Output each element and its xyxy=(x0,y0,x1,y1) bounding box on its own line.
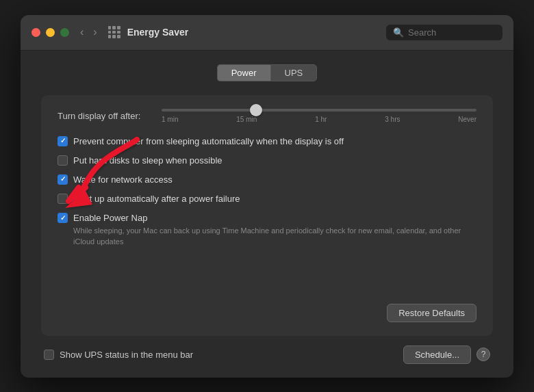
checkbox-list: Prevent computer from sleeping automatic… xyxy=(58,135,476,248)
prevent-sleep-label: Prevent computer from sleeping automatic… xyxy=(73,135,344,148)
hard-disks-label: Put hard disks to sleep when possible xyxy=(73,155,222,167)
fullscreen-button[interactable] xyxy=(60,28,69,37)
titlebar: ‹ › Energy Saver 🔍 xyxy=(21,15,513,51)
restore-defaults-button[interactable]: Restore Defaults xyxy=(387,304,476,322)
checkbox-startup-power-content: Start up automatically after a power fai… xyxy=(73,193,240,205)
tab-power[interactable]: Power xyxy=(217,64,270,81)
power-nap-sublabel: While sleeping, your Mac can back up usi… xyxy=(73,226,476,247)
footer-row: Show UPS status in the menu bar Schedule… xyxy=(41,345,493,364)
window-title: Energy Saver xyxy=(127,27,386,38)
tick-1hr: 1 hr xyxy=(315,116,327,123)
list-item: Start up automatically after a power fai… xyxy=(58,193,476,205)
list-item: Wake for network access xyxy=(58,174,476,186)
content-area: Power UPS xyxy=(21,51,513,378)
tick-1min: 1 min xyxy=(162,116,178,123)
apps-grid-icon[interactable] xyxy=(108,26,120,38)
help-button[interactable]: ? xyxy=(476,348,490,361)
slider-track[interactable] xyxy=(162,109,476,112)
schedule-button[interactable]: Schedule... xyxy=(403,345,471,364)
forward-button[interactable]: › xyxy=(90,25,99,39)
footer-right: Schedule... ? xyxy=(403,345,490,364)
slider-row: Turn display off after: 1 min 15 min 1 h… xyxy=(58,109,476,123)
tick-3hrs: 3 hrs xyxy=(385,116,400,123)
list-item: Prevent computer from sleeping automatic… xyxy=(58,135,476,148)
wake-network-label: Wake for network access xyxy=(73,174,173,186)
footer-left: Show UPS status in the menu bar xyxy=(44,349,193,360)
ups-status-label: Show UPS status in the menu bar xyxy=(60,350,193,360)
settings-panel: Turn display off after: 1 min 15 min 1 h… xyxy=(41,95,493,336)
list-item: Put hard disks to sleep when possible xyxy=(58,155,476,167)
checkbox-wake-network[interactable] xyxy=(58,174,68,185)
checkbox-hard-disks[interactable] xyxy=(58,155,68,166)
power-nap-label: Enable Power Nap xyxy=(73,212,476,224)
search-icon: 🔍 xyxy=(393,27,404,38)
back-button[interactable]: ‹ xyxy=(77,25,86,39)
nav-buttons: ‹ › xyxy=(77,25,100,39)
search-input[interactable] xyxy=(408,27,496,38)
checkbox-hard-disks-content: Put hard disks to sleep when possible xyxy=(73,155,222,167)
checkbox-ups-status[interactable] xyxy=(44,350,54,360)
slider-label: Turn display off after: xyxy=(58,111,153,121)
panel-bottom: Restore Defaults xyxy=(58,304,476,322)
tabs-row: Power UPS xyxy=(41,64,493,81)
checkbox-power-nap[interactable] xyxy=(58,213,68,223)
startup-power-label: Start up automatically after a power fai… xyxy=(73,193,240,205)
minimize-button[interactable] xyxy=(46,28,55,37)
traffic-lights xyxy=(31,28,69,37)
list-item: Enable Power Nap While sleeping, your Ma… xyxy=(58,212,476,247)
checkbox-prevent-sleep[interactable] xyxy=(58,136,68,146)
search-bar[interactable]: 🔍 xyxy=(386,25,503,40)
slider-thumb[interactable] xyxy=(250,104,262,116)
checkbox-startup-power[interactable] xyxy=(58,194,68,204)
window: ‹ › Energy Saver 🔍 Power UPS xyxy=(21,15,513,378)
checkbox-prevent-sleep-content: Prevent computer from sleeping automatic… xyxy=(73,135,344,148)
slider-tick-labels: 1 min 15 min 1 hr 3 hrs Never xyxy=(162,116,476,123)
close-button[interactable] xyxy=(31,28,40,37)
tick-15min: 15 min xyxy=(236,116,257,123)
slider-container: 1 min 15 min 1 hr 3 hrs Never xyxy=(162,109,476,123)
tab-ups[interactable]: UPS xyxy=(270,64,318,81)
tick-never: Never xyxy=(458,116,476,123)
checkbox-wake-network-content: Wake for network access xyxy=(73,174,173,186)
checkbox-power-nap-content: Enable Power Nap While sleeping, your Ma… xyxy=(73,212,476,247)
